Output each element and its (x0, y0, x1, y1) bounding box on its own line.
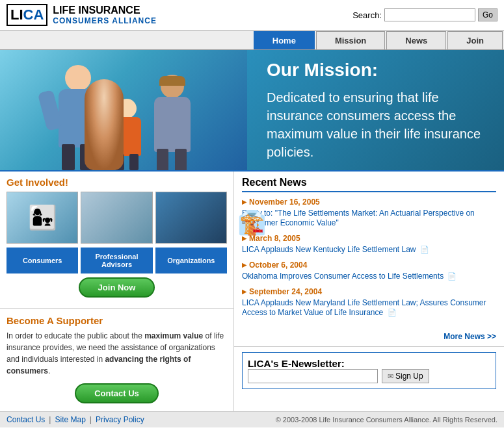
nav-mission[interactable]: Mission (316, 31, 385, 49)
footer-sep-1: | (49, 415, 51, 424)
news-link-3[interactable]: Oklahoma Improves Consumer Access to Lif… (242, 272, 457, 281)
news-items: November 16, 2005 Reply to: "The Life Se… (234, 192, 504, 329)
signup-label: Sign Up (395, 372, 423, 381)
photo-advisors (81, 192, 152, 244)
enewsletter-section: LICA's E-Newsletter: ✉ Sign Up (242, 352, 496, 389)
supporter-section: Become A Supporter In order to educate t… (0, 312, 233, 411)
nav-home[interactable]: Home (254, 31, 315, 49)
footer-sitemap-link[interactable]: Site Map (55, 415, 85, 424)
left-column: Get Involved! Consumers ProfessionalAdvi… (0, 172, 234, 411)
pdf-icon-4: 📄 (388, 309, 397, 316)
news-item-3: October 6, 2004 Oklahoma Improves Consum… (242, 261, 496, 281)
organizations-button[interactable]: Organizations (155, 248, 227, 273)
more-news-row: More News >> (234, 329, 504, 347)
news-item-2: March 8, 2005 LICA Applauds New Kentucky… (242, 234, 496, 254)
category-buttons: Consumers ProfessionalAdvisors Organizat… (7, 248, 227, 273)
nav-join[interactable]: Join (447, 31, 503, 49)
news-date-2: March 8, 2005 (242, 234, 496, 243)
main-content: Get Involved! Consumers ProfessionalAdvi… (0, 170, 504, 411)
contact-us-button[interactable]: Contact Us (75, 383, 159, 403)
enewsletter-heading: LICA's E-Newsletter: (248, 358, 490, 369)
news-date-4: September 24, 2004 (242, 287, 496, 296)
news-item-4: September 24, 2004 LICA Applauds New Mar… (242, 287, 496, 317)
logo-box: LICA (7, 4, 47, 26)
nav: Home Mission News Join (0, 31, 504, 50)
supporter-text: In order to educate the public about the… (7, 330, 227, 377)
divider (0, 308, 233, 309)
nav-news[interactable]: News (386, 31, 446, 49)
news-link-1[interactable]: Reply to: "The Life Settlements Market: … (242, 209, 475, 227)
footer-privacy-link[interactable]: Privacy Policy (96, 415, 144, 424)
get-involved-section: Get Involved! Consumers ProfessionalAdvi… (0, 172, 233, 304)
supporter-bold-2: advancing the rights of consumers (7, 355, 191, 375)
photo-row (7, 192, 227, 244)
news-date-1: November 16, 2005 (242, 197, 496, 207)
news-item-1: November 16, 2005 Reply to: "The Life Se… (242, 197, 496, 227)
hero-image (0, 50, 247, 170)
news-link-2[interactable]: LICA Applauds New Kentucky Life Settleme… (242, 245, 429, 254)
consumers-button[interactable]: Consumers (7, 248, 78, 273)
join-now-button[interactable]: Join Now (79, 277, 155, 298)
more-news-link[interactable]: More News >> (444, 332, 496, 341)
photo-organizations (155, 192, 227, 244)
professional-advisors-button[interactable]: ProfessionalAdvisors (81, 248, 152, 273)
right-column: Recent News November 16, 2005 Reply to: … (234, 172, 504, 411)
logo-ca: CA (23, 6, 44, 23)
hero: Our Mission: Dedicated to ensuring that … (0, 50, 504, 170)
hero-text: Our Mission: Dedicated to ensuring that … (247, 50, 504, 170)
recent-news-heading: Recent News (242, 177, 496, 192)
enewsletter-form: ✉ Sign Up (248, 369, 490, 383)
logo-area: LICA LIFE INSURANCE CONSUMERS ALLIANCE (7, 4, 157, 26)
footer-sep-2: | (90, 415, 92, 424)
recent-news-header: Recent News (234, 172, 504, 192)
logo-li: LI (10, 6, 23, 23)
envelope-icon: ✉ (388, 372, 393, 381)
footer-copyright: © 2003-2008 Life Insurance Consumers All… (276, 416, 497, 424)
supporter-heading: Become A Supporter (7, 315, 227, 326)
hero-body: Dedicated to ensuring that life insuranc… (267, 88, 484, 161)
logo-title: LIFE INSURANCE (53, 5, 157, 16)
footer-contact-link[interactable]: Contact Us (7, 415, 45, 424)
news-link-4[interactable]: LICA Applauds New Maryland Life Settleme… (242, 298, 486, 317)
signup-button[interactable]: ✉ Sign Up (382, 369, 429, 383)
search-area: Search: Go (352, 8, 497, 21)
logo-sub: CONSUMERS ALLIANCE (53, 16, 157, 25)
footer-links: Contact Us | Site Map | Privacy Policy (7, 415, 144, 424)
pdf-icon-3: 📄 (447, 272, 457, 280)
join-row: Join Now (7, 277, 227, 298)
footer: Contact Us | Site Map | Privacy Policy ©… (0, 411, 504, 427)
header: LICA LIFE INSURANCE CONSUMERS ALLIANCE S… (0, 0, 504, 31)
hero-heading: Our Mission: (267, 60, 484, 81)
supporter-bold-1: maximum value (144, 331, 203, 340)
email-input[interactable] (248, 369, 378, 383)
search-input[interactable] (384, 8, 475, 21)
news-date-3: October 6, 2004 (242, 261, 496, 270)
contact-row: Contact Us (7, 383, 227, 403)
photo-consumers (7, 192, 78, 244)
get-involved-heading: Get Involved! (7, 177, 227, 188)
go-button[interactable]: Go (478, 8, 497, 21)
pdf-icon-2: 📄 (420, 246, 429, 253)
logo-text: LIFE INSURANCE CONSUMERS ALLIANCE (53, 5, 157, 25)
search-label: Search: (352, 10, 382, 20)
